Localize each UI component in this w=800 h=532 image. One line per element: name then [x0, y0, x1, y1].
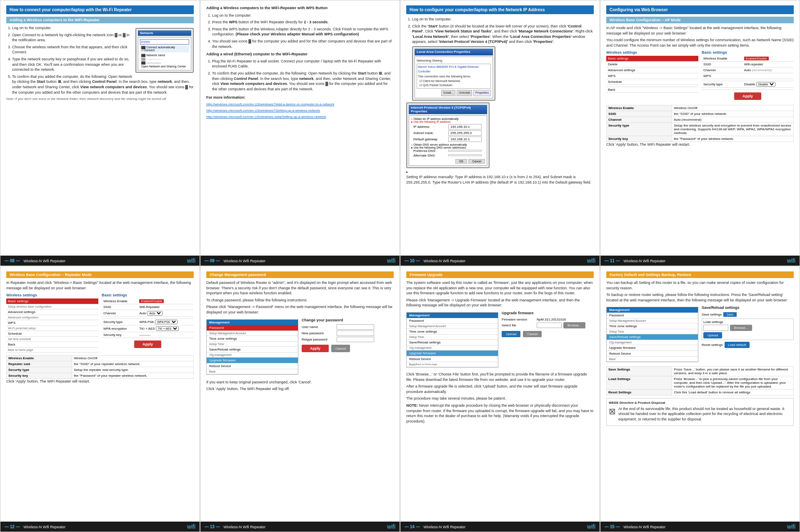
mgmt-item-timezone[interactable]: Time zone settings [207, 336, 298, 342]
newpw-input[interactable] [337, 331, 374, 336]
wps-section-title: Adding a Wireless computers to the WiFi-… [206, 5, 394, 11]
bl-basic-row-2: SSIDWifi-Repeater [102, 304, 194, 310]
weee-text: At the end of its serviceable life, this… [618, 406, 791, 422]
fw-mgmt-cfg[interactable]: Cfg management [407, 346, 498, 351]
page-number-tml: — 09 — [205, 259, 220, 263]
info-row-channel: Channel Auto (recommend) [607, 117, 794, 123]
fw-mgmt-account[interactable]: Setup Management Account [407, 324, 498, 329]
cancel-button-pw[interactable]: Cancel [331, 345, 350, 352]
upload-button-fw[interactable]: Upload [502, 331, 520, 337]
info-table-bl: Wireless Enable Wireless On/Off Repeater… [6, 355, 194, 379]
factory-mgmt-back[interactable]: Back [607, 357, 698, 362]
factory-mgmt-cfg[interactable]: Cfg management [607, 340, 698, 345]
fw-mgmt-firmware[interactable]: Upgrade firmware [407, 351, 498, 356]
bl-info-label-2: Repeater ssid [7, 361, 72, 367]
page-number-tmr: — 10 — [405, 259, 420, 263]
ethernet-section-title: Adding a wired (Ethernet) computer to th… [206, 52, 394, 57]
mgmt-item-back[interactable]: Back [207, 369, 298, 374]
note1-pw: If you want to keep original password un… [206, 380, 394, 385]
file-input[interactable] [537, 323, 562, 328]
dialog-title: Network [138, 30, 191, 36]
bl-info-val-3: Setup the repeater ssid security type. [72, 367, 194, 373]
load-default-btn[interactable]: Load default [725, 342, 750, 348]
cancel-button-fw[interactable]: Cancel [523, 331, 542, 337]
fw-mgmt-back[interactable]: BackBack to home page [407, 362, 498, 367]
bl-basic-row-5: Security typeWPA PSK WPA PSK [102, 319, 194, 326]
mgmt-item-save[interactable]: Save/Reload settings [207, 347, 298, 353]
rep-row-8: Set time schedule [6, 337, 98, 342]
fw-note1: Click 'Browse...' or 'Choose File' butto… [406, 372, 594, 382]
settings-row-2: Delete [606, 62, 698, 67]
fw-mgmt-setuptime[interactable]: Setup Time [407, 335, 498, 340]
wifi-icon-bmr: wifi [587, 523, 595, 530]
newpw-row: New password [302, 331, 394, 336]
ap-intro2: You could configure the minimum number o… [606, 37, 794, 48]
wps-step-1: Log on to the computer. [212, 13, 394, 18]
mgmt-item-setuptime[interactable]: Setup Time [207, 342, 298, 347]
settings-row-4: WPS [606, 73, 698, 79]
factory-mgmt-password[interactable]: Password [607, 313, 698, 318]
fw-note2: After a firmware upgrade file is selecte… [406, 384, 594, 394]
fw-mgmt-save[interactable]: Save/Reload settings [407, 340, 498, 346]
browse-button-fw[interactable]: Browse... [563, 322, 585, 328]
note-text: Note: If you don't see icons in the Netw… [6, 97, 194, 101]
mgmt-item-account[interactable]: Setup Management Account [207, 331, 298, 336]
browse-button-load[interactable]: Browse... [730, 325, 752, 331]
eth-step-1: Plug the Wi-Fi Repeater to a wall socket… [212, 59, 394, 69]
main-grid: How to connect your computer/laptop with… [0, 0, 800, 532]
mgmt-item-password[interactable]: Password [207, 325, 298, 331]
page-bottom-right: Factory Default and Settings Backup, Res… [600, 266, 800, 532]
save-btn-factory[interactable]: Save [723, 312, 737, 317]
rep-row-3: Advanced settings [6, 309, 98, 315]
fw-mgmt-reboot[interactable]: Reboot Device [407, 356, 498, 362]
retypepw-row: Retype password [302, 337, 394, 342]
ip-step-3: Setting IP address manually: Type IP add… [406, 170, 594, 185]
fw-note-title: NOTE: [406, 403, 418, 408]
mgmt-item-reboot[interactable]: Reboot Device [207, 363, 298, 369]
link2[interactable]: http://windows.microsoft.com/en-US/windo… [206, 108, 394, 113]
info-row-security-type: Security type Setup the wireless securit… [607, 123, 794, 136]
reset-settings-label: Reset settings [702, 343, 723, 347]
apply-button-pw[interactable]: Apply [302, 345, 329, 352]
factory-mgmt-firmware[interactable]: Upgrade firmware [607, 345, 698, 351]
basic-row-4: WPS [702, 73, 794, 79]
ethernet-steps-list: Plug the Wi-Fi Repeater to a wall socket… [206, 59, 394, 92]
rep-row-2: Setup wireless base configuration [6, 304, 98, 309]
weee-title: WEEE Directive & Product Disposal [609, 400, 791, 405]
channel-select-bl[interactable]: Auto [147, 311, 162, 316]
note2-pw: Click 'Apply' button, The WiFi Repeater … [206, 386, 394, 392]
factory-mgmt-setuptime[interactable]: Setup Time [607, 329, 698, 334]
security-type-select-bl[interactable]: WPA PSK [155, 320, 178, 324]
fw-mgmt-timezone[interactable]: Time zone settings [407, 329, 498, 335]
factory-mgmt-timezone[interactable]: Time zone settings [607, 323, 698, 329]
click-apply-bl: Click 'Apply' button, The WiFi Repeater … [6, 379, 194, 384]
security-type-select-tr[interactable]: Disable [756, 82, 775, 87]
info-val-ssid: the "SSID" of your wireless network. [672, 111, 794, 117]
bl-info-label-4: Security key [7, 373, 72, 379]
retypepw-input[interactable] [337, 337, 374, 342]
wpa-select-bl[interactable]: TKI + AES [156, 326, 179, 331]
mgmt-item-cfg[interactable]: Cfg management [207, 353, 298, 358]
factory-mgmt-reboot[interactable]: Reboot Device [607, 351, 698, 357]
brand-bmr: Wireless-N Wifi Repeater [423, 525, 465, 529]
factory-mgmt-account[interactable]: Setup Management Account [607, 318, 698, 323]
factory-mgmt-save[interactable]: Save/Reload settings [607, 334, 698, 340]
bl-basic-row-1: Wireless EnableEnabled/Disable [102, 298, 194, 304]
page-bottom-mid-right: Firmware Upgrade The system software use… [400, 266, 600, 532]
upload-button-load[interactable]: Upload [703, 332, 722, 338]
fw-mgmt-password[interactable]: Password [407, 318, 498, 324]
load-file-input[interactable] [703, 325, 728, 331]
settings-row-3: Advanced settings [606, 67, 698, 73]
mgmt-item-firmware[interactable]: Upgrade firmware [207, 358, 298, 363]
apply-button-bl[interactable]: Apply [134, 341, 161, 348]
change-pw-intro3: Please click "Management -> Password" me… [206, 304, 394, 315]
username-input[interactable] [337, 324, 374, 330]
firmware-intro2: Please click 'Management -> Upgrade Firm… [406, 298, 594, 308]
apply-button-tr[interactable]: Apply [734, 92, 761, 100]
newpw-label: New password [302, 331, 335, 335]
page-number-bmr: — 14 — [405, 525, 420, 529]
link3[interactable]: http://windows.microsoft.com/en-US/windo… [206, 114, 394, 119]
factory-info-row-1: Save Settings Press 'Save...' button, yo… [607, 367, 794, 376]
link1[interactable]: http://windows.microsoft.com/en-US/windo… [206, 102, 394, 107]
page-footer-bmr: — 14 — Wireless-N Wifi Repeater wifi [400, 522, 600, 532]
